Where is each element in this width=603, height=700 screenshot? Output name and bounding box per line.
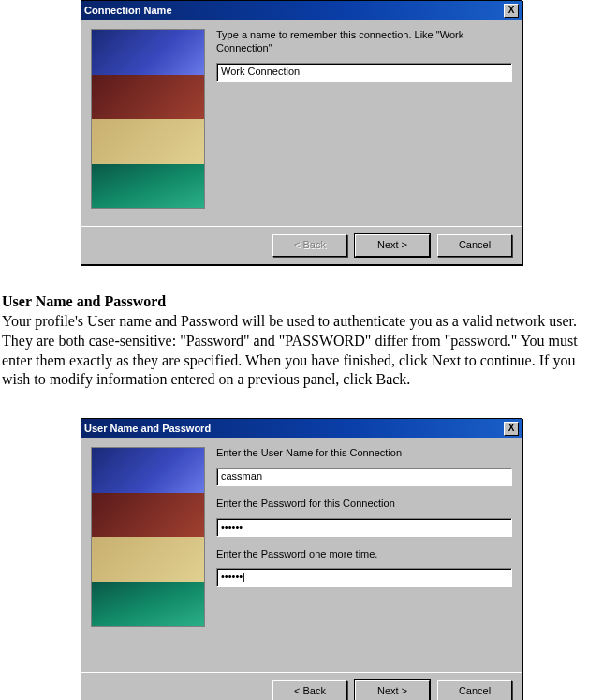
dialog-title: User Name and Password: [84, 423, 211, 434]
password-label: Enter the Password for this Connection: [216, 498, 512, 511]
titlebar[interactable]: Connection Name X: [81, 1, 522, 20]
dialog-title: Connection Name: [84, 5, 172, 16]
section-paragraph: Your profile's User name and Password wi…: [2, 312, 601, 390]
password-confirm-label: Enter the Password one more time.: [216, 548, 512, 561]
button-row: < Back Next > Cancel: [81, 226, 522, 264]
username-label: Enter the User Name for this Connection: [216, 447, 512, 460]
section-heading: User Name and Password: [2, 293, 603, 310]
titlebar[interactable]: User Name and Password X: [81, 419, 522, 438]
back-button[interactable]: < Back: [272, 680, 347, 700]
next-button[interactable]: Next >: [355, 680, 430, 700]
close-icon[interactable]: X: [504, 422, 519, 436]
cancel-button[interactable]: Cancel: [437, 234, 512, 257]
wizard-image: [91, 447, 205, 627]
connection-name-input[interactable]: Work Connection: [216, 63, 512, 82]
username-password-dialog: User Name and Password X Enter the User …: [81, 418, 522, 700]
cancel-button[interactable]: Cancel: [437, 680, 512, 700]
back-button: < Back: [272, 234, 347, 257]
button-row: < Back Next > Cancel: [81, 672, 522, 700]
password-confirm-input[interactable]: ••••••|: [216, 568, 512, 587]
next-button[interactable]: Next >: [355, 234, 430, 257]
close-icon[interactable]: X: [504, 4, 519, 18]
instruction-text: Type a name to remember this connection.…: [216, 29, 512, 55]
username-input[interactable]: cassman: [216, 468, 512, 486]
wizard-image: [91, 29, 205, 209]
password-input[interactable]: ••••••: [216, 518, 512, 537]
connection-name-dialog: Connection Name X Type a name to remembe…: [81, 0, 522, 265]
